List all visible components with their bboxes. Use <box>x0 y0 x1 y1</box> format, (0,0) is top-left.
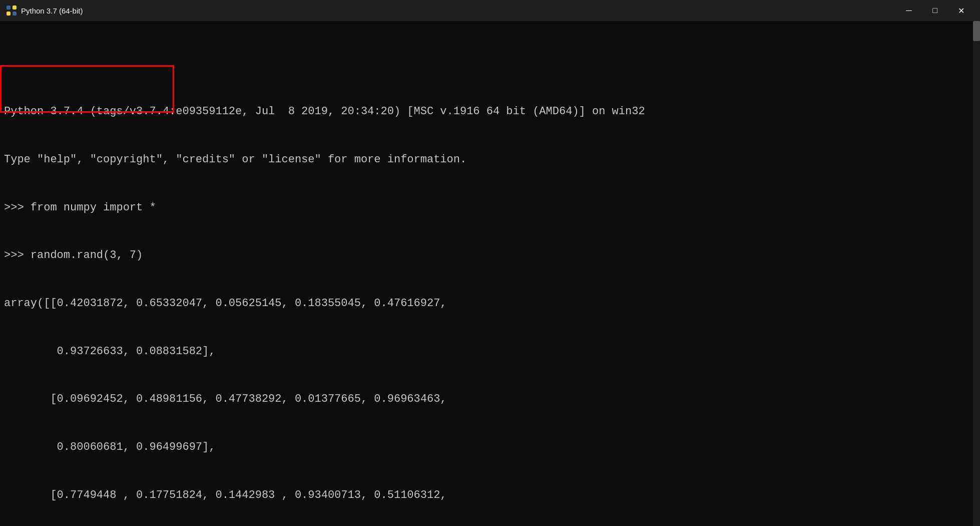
terminal-output-4: 0.80060681, 0.96499697], <box>4 439 976 455</box>
restore-button[interactable]: □ <box>922 0 948 21</box>
title-bar: Python 3.7 (64-bit) ─ □ ✕ <box>0 0 980 21</box>
terminal-prompt-2: >>> random.rand(3, 7) <box>4 247 976 264</box>
svg-rect-3 <box>13 12 17 16</box>
window-controls: ─ □ ✕ <box>896 0 974 21</box>
title-bar-left: Python 3.7 (64-bit) <box>6 5 83 16</box>
svg-rect-1 <box>13 6 17 10</box>
svg-rect-0 <box>7 6 11 10</box>
close-button[interactable]: ✕ <box>948 0 974 21</box>
terminal-prompt-1: >>> from numpy import * <box>4 200 976 216</box>
minimize-button[interactable]: ─ <box>896 0 922 21</box>
python-console-window: Python 3.7 (64-bit) ─ □ ✕ Python 3.7.4 (… <box>0 0 980 526</box>
scrollbar-thumb[interactable] <box>973 21 980 41</box>
scrollbar[interactable] <box>973 21 980 526</box>
terminal-output-5: [0.7749448 , 0.17751824, 0.1442983 , 0.9… <box>4 487 976 503</box>
window-title: Python 3.7 (64-bit) <box>21 7 83 15</box>
terminal-line-2: Type "help", "copyright", "credits" or "… <box>4 152 976 168</box>
svg-rect-2 <box>7 12 11 16</box>
terminal-body[interactable]: Python 3.7.4 (tags/v3.7.4:e09359112e, Ju… <box>0 21 980 526</box>
terminal-output-3: [0.09692452, 0.48981156, 0.47738292, 0.0… <box>4 391 976 407</box>
terminal-output-1: array([[0.42031872, 0.65332047, 0.056251… <box>4 296 976 312</box>
terminal-line-1: Python 3.7.4 (tags/v3.7.4:e09359112e, Ju… <box>4 104 976 120</box>
python-icon <box>6 5 17 16</box>
terminal-output-2: 0.93726633, 0.08831582], <box>4 344 976 360</box>
